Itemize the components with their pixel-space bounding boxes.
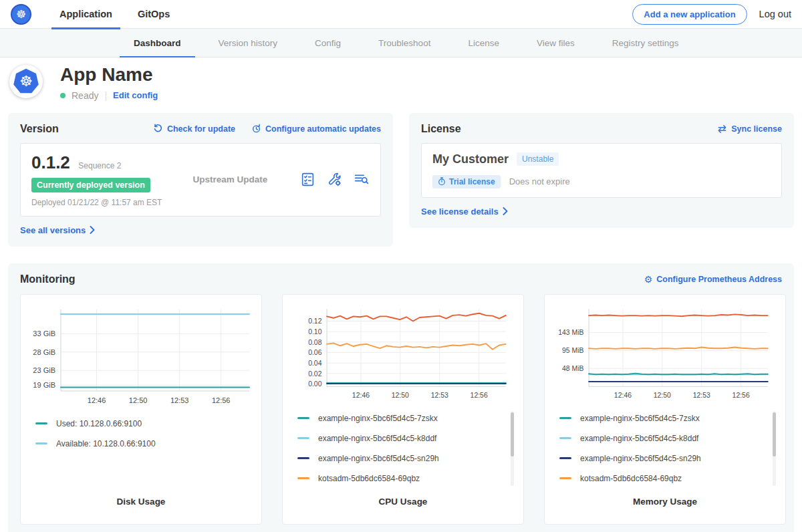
svg-text:12:56: 12:56 <box>732 392 750 399</box>
series-line-kotsadm-5db6dc6584-69qbz <box>589 347 768 348</box>
preflight-checks-icon[interactable] <box>300 172 315 187</box>
see-all-versions-link[interactable]: See all versions <box>20 225 95 235</box>
app-logo: ☸ <box>9 65 43 98</box>
svg-text:33 GiB: 33 GiB <box>33 329 55 338</box>
version-card-title: Version <box>20 123 59 135</box>
app-subnav: DashboardVersion historyConfigTroublesho… <box>0 29 802 57</box>
see-license-details-link[interactable]: See license details <box>421 207 508 217</box>
svg-text:12:46: 12:46 <box>614 392 632 399</box>
legend-dash-icon <box>559 437 571 439</box>
check-for-update-link[interactable]: Check for update <box>153 124 235 134</box>
subnav-tab-dashboard[interactable]: Dashboard <box>120 29 195 57</box>
view-logs-icon[interactable] <box>354 172 370 187</box>
configure-automatic-updates-link[interactable]: Configure automatic updates <box>251 124 381 134</box>
svg-text:12:50: 12:50 <box>392 392 409 399</box>
deployed-timestamp: Deployed 01/21/22 @ 11:57 am EST <box>31 198 162 207</box>
chart-panel-memory-usage: 143 MiB95 MiB48 MiB12:4612:5012:5312:56e… <box>544 294 786 525</box>
sync-license-link[interactable]: Sync license <box>717 124 782 134</box>
scrollbar-thumb[interactable] <box>773 412 776 456</box>
disk-usage-legend: Used: 10.128.0.66:9100Available: 10.128.… <box>35 419 255 494</box>
memory-usage-chart: 143 MiB95 MiB48 MiB12:4612:5012:5312:56 <box>551 303 779 403</box>
subnav-tab-view-files[interactable]: View files <box>523 29 589 57</box>
current-version-panel: 0.1.2 Sequence 2 Currently deployed vers… <box>20 143 381 217</box>
topnav-tab-application[interactable]: Application <box>51 0 120 29</box>
disk-usage-chart: 33 GiB28 GiB23 GiB19 GiB12:4612:5012:531… <box>27 303 255 408</box>
svg-text:0.02: 0.02 <box>308 370 322 377</box>
svg-text:0.12: 0.12 <box>308 317 322 325</box>
app-header: ☸ App Name Ready | Edit config <box>0 57 802 109</box>
svg-text:0.08: 0.08 <box>308 338 322 346</box>
svg-text:12:53: 12:53 <box>170 396 189 404</box>
version-source: Upstream Update <box>192 174 267 184</box>
legend-label: example-nginx-5bc6f5d4c5-7zskx <box>318 414 438 423</box>
kubernetes-heptagon-icon: ☸ <box>13 68 39 95</box>
legend-label: example-nginx-5bc6f5d4c5-sn29h <box>318 454 439 463</box>
chart-title: Disk Usage <box>27 497 255 507</box>
clock-refresh-icon <box>251 124 261 134</box>
cpu-usage-chart: 0.120.100.080.060.040.020.0012:4612:5012… <box>289 303 517 403</box>
sync-arrows-icon <box>717 124 727 134</box>
legend-item: Used: 10.128.0.66:9100 <box>35 419 255 428</box>
subnav-tab-version-history[interactable]: Version history <box>205 29 292 57</box>
monitoring-title: Monitoring <box>20 273 76 285</box>
legend-dash-icon <box>297 477 309 479</box>
license-card-title: License <box>421 123 461 135</box>
legend-scrollbar[interactable] <box>773 411 776 486</box>
legend-label: Available: 10.128.0.66:9100 <box>56 439 156 448</box>
legend-dash-icon <box>35 442 47 444</box>
svg-text:0.06: 0.06 <box>308 349 322 356</box>
page-title: App Name <box>60 65 158 86</box>
subnav-tab-config[interactable]: Config <box>301 29 355 57</box>
chart-title: Memory Usage <box>551 497 779 507</box>
svg-text:12:53: 12:53 <box>431 392 448 399</box>
license-panel: My Customer Unstable Trial license Does … <box>421 143 782 198</box>
legend-dash-icon <box>297 417 309 419</box>
svg-text:12:46: 12:46 <box>88 396 106 404</box>
svg-text:12:46: 12:46 <box>352 392 370 399</box>
legend-item: kotsadm-5db6dc6584-69qbz <box>297 474 517 483</box>
svg-text:0.04: 0.04 <box>308 360 322 367</box>
subnav-tab-registry-settings[interactable]: Registry settings <box>598 29 693 57</box>
chart-panel-disk-usage: 33 GiB28 GiB23 GiB19 GiB12:4612:5012:531… <box>20 294 262 525</box>
legend-scrollbar[interactable] <box>511 411 514 486</box>
legend-item: example-nginx-5bc6f5d4c5-sn29h <box>297 454 517 463</box>
svg-text:12:53: 12:53 <box>693 392 710 399</box>
legend-dash-icon <box>559 477 571 479</box>
cpu-usage-legend: example-nginx-5bc6f5d4c5-7zskxexample-ng… <box>297 414 517 494</box>
svg-text:0.00: 0.00 <box>308 380 322 388</box>
svg-text:12:50: 12:50 <box>129 396 148 404</box>
license-card: License Sync license My Customer Unstabl… <box>409 113 794 228</box>
status-dot <box>60 93 65 98</box>
legend-label: example-nginx-5bc6f5d4c5-sn29h <box>580 454 701 463</box>
svg-text:23 GiB: 23 GiB <box>33 366 55 374</box>
configure-prometheus-link[interactable]: ⚙ Configure Prometheus Address <box>644 275 782 284</box>
version-number: 0.1.2 <box>31 152 70 172</box>
logout-button[interactable]: Log out <box>759 9 791 19</box>
subnav-tab-troubleshoot[interactable]: Troubleshoot <box>364 29 444 57</box>
status-label: Ready <box>72 90 98 101</box>
edit-config-link[interactable]: Edit config <box>113 90 158 100</box>
series-line-example-nginx-5bc6f5d4c5-7zskx <box>589 373 768 374</box>
refresh-icon <box>153 124 163 134</box>
svg-text:12:56: 12:56 <box>212 396 231 404</box>
subnav-tab-license[interactable]: License <box>454 29 513 57</box>
gear-icon: ⚙ <box>644 275 653 284</box>
svg-text:12:56: 12:56 <box>471 392 488 399</box>
channel-badge: Unstable <box>517 152 559 166</box>
svg-text:0.10: 0.10 <box>308 328 322 336</box>
topnav-tab-gitops[interactable]: GitOps <box>130 0 178 29</box>
legend-dash-icon <box>35 422 47 424</box>
legend-label: kotsadm-5db6dc6584-69qbz <box>580 474 682 483</box>
legend-item: example-nginx-5bc6f5d4c5-7zskx <box>559 414 779 423</box>
legend-label: Used: 10.128.0.66:9100 <box>56 419 142 428</box>
svg-text:48 MiB: 48 MiB <box>562 365 584 372</box>
legend-label: example-nginx-5bc6f5d4c5-k8ddf <box>580 434 698 443</box>
divider: | <box>104 90 107 101</box>
legend-item: example-nginx-5bc6f5d4c5-k8ddf <box>297 434 517 443</box>
add-application-button[interactable]: Add a new application <box>632 4 747 25</box>
legend-item: example-nginx-5bc6f5d4c5-7zskx <box>297 414 517 423</box>
license-expiry: Does not expire <box>509 176 570 186</box>
config-wrench-icon[interactable] <box>327 172 342 187</box>
scrollbar-thumb[interactable] <box>511 412 514 456</box>
legend-label: kotsadm-5db6dc6584-69qbz <box>318 474 420 483</box>
